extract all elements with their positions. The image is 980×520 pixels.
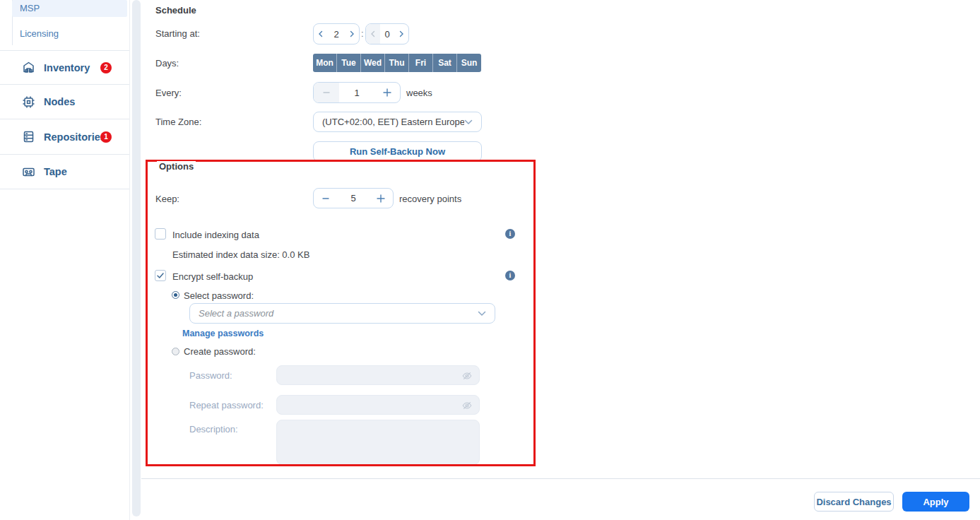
chevron-right-icon <box>349 30 355 37</box>
keep-unit-label: recovery points <box>399 194 461 204</box>
tape-icon <box>21 165 36 179</box>
minute-decrement-button[interactable] <box>366 24 380 44</box>
minute-value[interactable]: 0 <box>380 29 394 40</box>
sidebar-item-label: Inventory <box>44 62 90 73</box>
keep-decrement-button[interactable] <box>314 189 338 208</box>
divider <box>0 189 130 189</box>
eye-off-icon[interactable] <box>461 400 473 411</box>
minus-icon <box>321 194 330 203</box>
repositories-badge: 1 <box>100 131 112 143</box>
select-password-label: Select password: <box>184 290 254 301</box>
run-self-backup-button[interactable]: Run Self-Backup Now <box>313 141 482 162</box>
minute-stepper: 0 <box>365 23 409 45</box>
create-password-label: Create password: <box>184 346 256 357</box>
every-value[interactable]: 1 <box>339 88 374 98</box>
every-increment-button[interactable] <box>374 83 400 102</box>
every-label: Every: <box>155 88 182 98</box>
hour-stepper: 2 <box>313 23 360 45</box>
chevron-left-icon <box>370 30 376 37</box>
day-button-tue[interactable]: Tue <box>337 54 361 72</box>
minus-icon <box>322 88 331 97</box>
chevron-right-icon <box>399 30 404 37</box>
day-button-thu[interactable]: Thu <box>385 54 409 72</box>
repeat-password-input[interactable] <box>277 396 479 414</box>
description-label: Description: <box>189 424 238 435</box>
options-section-title: Options <box>157 161 196 172</box>
select-password-radio[interactable] <box>172 291 179 299</box>
repositories-icon <box>21 129 36 144</box>
password-select[interactable]: Select a password <box>189 303 495 324</box>
starting-at-label: Starting at: <box>155 28 200 39</box>
estimated-size-text: Estimated index data size: 0.0 KB <box>172 249 309 260</box>
sidebar-item-label: Tape <box>44 166 67 177</box>
sidebar: MSP Licensing Inventory 2 Nodes Reposito… <box>0 0 130 520</box>
every-decrement-button[interactable] <box>314 83 339 102</box>
hour-decrement-button[interactable] <box>314 24 328 44</box>
chevron-down-icon <box>464 119 473 125</box>
day-button-sun[interactable]: Sun <box>457 54 481 72</box>
sidebar-item-licensing[interactable]: Licensing <box>12 25 127 42</box>
repeat-password-field[interactable] <box>276 395 480 415</box>
sidebar-item-label: Nodes <box>44 96 75 107</box>
password-select-placeholder: Select a password <box>199 308 478 319</box>
sidebar-item-label: Repositories <box>44 131 106 143</box>
day-button-fri[interactable]: Fri <box>409 54 433 72</box>
timezone-select[interactable]: (UTC+02:00, EET) Eastern European... <box>313 112 482 132</box>
timezone-selected-value: (UTC+02:00, EET) Eastern European... <box>322 117 464 127</box>
sidebar-item-msp[interactable]: MSP <box>12 0 127 17</box>
hour-increment-button[interactable] <box>345 24 359 44</box>
eye-off-icon[interactable] <box>461 370 473 382</box>
day-button-sat[interactable]: Sat <box>433 54 457 72</box>
indexing-info-icon[interactable]: i <box>505 229 515 239</box>
keep-label: Keep: <box>155 194 179 204</box>
include-indexing-checkbox[interactable] <box>155 228 166 240</box>
every-stepper: 1 <box>313 82 401 103</box>
every-unit-label: weeks <box>406 88 432 98</box>
days-label: Days: <box>155 58 179 69</box>
sidebar-border <box>129 0 130 520</box>
encrypt-label: Encrypt self-backup <box>172 271 253 282</box>
keep-increment-button[interactable] <box>369 189 393 208</box>
include-indexing-label: Include indexing data <box>172 230 259 240</box>
description-textarea[interactable] <box>276 420 480 465</box>
repeat-password-label: Repeat password: <box>189 400 264 410</box>
plus-icon <box>376 194 386 203</box>
discard-changes-button[interactable]: Discard Changes <box>814 492 894 512</box>
inventory-icon <box>21 60 36 75</box>
nodes-icon <box>21 95 36 110</box>
keep-stepper: 5 <box>313 188 394 208</box>
hour-value[interactable]: 2 <box>328 29 345 40</box>
time-separator: : <box>361 28 364 39</box>
password-input[interactable] <box>277 366 479 384</box>
password-label: Password: <box>189 370 232 381</box>
day-button-wed[interactable]: Wed <box>361 54 385 72</box>
password-field[interactable] <box>276 365 480 385</box>
inventory-badge: 2 <box>100 62 112 73</box>
encrypt-checkbox[interactable] <box>155 270 166 281</box>
checkmark-icon <box>155 271 165 280</box>
timezone-label: Time Zone: <box>155 117 201 127</box>
sidebar-scrollbar[interactable] <box>132 0 141 516</box>
keep-value[interactable]: 5 <box>338 193 369 203</box>
day-button-mon[interactable]: Mon <box>313 54 337 72</box>
sidebar-item-nodes[interactable]: Nodes <box>0 85 129 119</box>
schedule-section-title: Schedule <box>155 5 196 16</box>
chevron-left-icon <box>318 30 324 37</box>
minute-increment-button[interactable] <box>394 24 408 44</box>
sidebar-item-tape[interactable]: Tape <box>0 155 129 189</box>
footer-divider <box>141 478 980 479</box>
apply-button[interactable]: Apply <box>902 492 969 512</box>
encrypt-info-icon[interactable]: i <box>505 271 515 280</box>
manage-passwords-link[interactable]: Manage passwords <box>182 329 264 338</box>
create-password-radio[interactable] <box>172 348 179 355</box>
sidebar-item-inventory[interactable]: Inventory 2 <box>0 51 129 84</box>
chevron-down-icon <box>478 311 486 317</box>
sidebar-item-repositories[interactable]: Repositories 1 <box>0 119 129 154</box>
days-selector: Mon Tue Wed Thu Fri Sat Sun <box>313 54 481 72</box>
plus-icon <box>382 88 392 98</box>
